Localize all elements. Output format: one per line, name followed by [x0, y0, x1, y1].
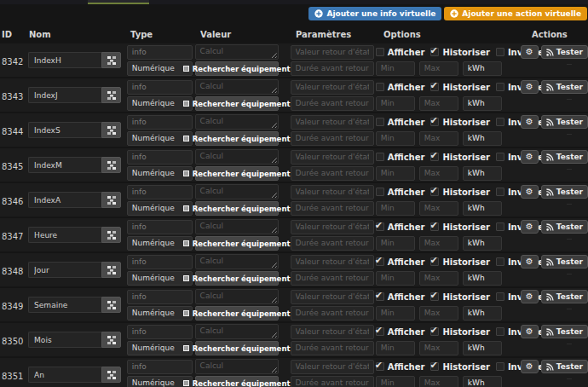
tester-button[interactable]: Tester [541, 360, 588, 373]
calcul-textarea[interactable] [195, 289, 279, 304]
cb-historiser[interactable]: ✔ [430, 83, 439, 91]
return-delay-input[interactable] [291, 271, 374, 286]
name-input[interactable] [28, 122, 101, 138]
return-delay-input[interactable] [291, 236, 374, 251]
search-equipment-button[interactable]: Rechercher équipement [195, 96, 279, 111]
max-input[interactable] [419, 96, 458, 111]
search-equipment-button[interactable]: Rechercher équipement [195, 236, 279, 251]
return-delay-input[interactable] [291, 341, 374, 355]
icon-picker-button[interactable] [101, 52, 121, 68]
cb-inverser[interactable]: ✔ [496, 292, 504, 301]
max-input[interactable] [419, 131, 458, 146]
name-input[interactable] [28, 367, 101, 383]
cb-afficher[interactable]: ✔ [376, 48, 384, 56]
type-input[interactable] [127, 220, 193, 234]
cb-inverser[interactable]: ✔ [496, 188, 504, 196]
search-equipment-button[interactable]: Rechercher équipement [195, 166, 279, 181]
configuration-button[interactable]: ⚙ [521, 360, 539, 373]
name-input[interactable] [28, 227, 101, 243]
unit-input[interactable] [463, 96, 502, 111]
configuration-button[interactable]: ⚙ [521, 115, 539, 129]
calcul-textarea[interactable] [195, 184, 279, 199]
return-state-input[interactable] [291, 45, 374, 60]
min-input[interactable] [376, 306, 415, 321]
cb-inverser[interactable]: ✔ [496, 83, 504, 91]
return-state-input[interactable] [291, 325, 374, 339]
calcul-textarea[interactable] [195, 149, 279, 165]
name-input[interactable] [28, 262, 101, 278]
cb-inverser[interactable]: ✔ [496, 257, 504, 266]
return-state-input[interactable] [291, 80, 374, 95]
min-input[interactable] [376, 131, 415, 146]
unit-input[interactable] [463, 61, 502, 76]
type-input[interactable] [127, 185, 193, 199]
name-input[interactable] [28, 192, 101, 208]
unit-input[interactable] [463, 341, 502, 355]
min-input[interactable] [376, 61, 415, 76]
cb-afficher[interactable]: ✔ [376, 257, 384, 266]
icon-picker-button[interactable] [101, 227, 121, 243]
cb-historiser[interactable]: ✔ [430, 362, 439, 371]
cb-afficher[interactable]: ✔ [376, 327, 384, 336]
type-input[interactable] [127, 290, 193, 304]
calcul-textarea[interactable] [195, 359, 279, 374]
unit-input[interactable] [463, 166, 502, 181]
add-virtual-info-button[interactable]: Ajouter une info virtuelle [308, 7, 441, 20]
tester-button[interactable]: Tester [541, 150, 588, 164]
tester-button[interactable]: Tester [541, 115, 588, 129]
name-input[interactable] [28, 52, 101, 68]
return-delay-input[interactable] [291, 306, 374, 321]
calcul-textarea[interactable] [195, 254, 279, 269]
cb-historiser[interactable]: ✔ [430, 188, 439, 196]
icon-picker-button[interactable] [101, 297, 121, 313]
tester-button[interactable]: Tester [541, 325, 588, 338]
cb-afficher[interactable]: ✔ [376, 83, 384, 91]
min-input[interactable] [376, 96, 415, 111]
min-input[interactable] [376, 341, 415, 355]
cb-historiser[interactable]: ✔ [430, 48, 439, 56]
return-state-input[interactable] [291, 255, 374, 269]
unit-input[interactable] [463, 131, 502, 146]
return-state-input[interactable] [291, 185, 374, 199]
max-input[interactable] [419, 306, 458, 321]
cb-afficher[interactable]: ✔ [376, 188, 384, 196]
icon-picker-button[interactable] [101, 122, 121, 138]
configuration-button[interactable]: ⚙ [521, 290, 539, 303]
unit-input[interactable] [463, 376, 502, 387]
return-state-input[interactable] [291, 150, 374, 165]
type-input[interactable] [127, 45, 193, 60]
tester-button[interactable]: Tester [541, 290, 588, 303]
name-input[interactable] [28, 297, 101, 313]
icon-picker-button[interactable] [101, 157, 121, 173]
unit-input[interactable] [463, 201, 502, 216]
cb-historiser[interactable]: ✔ [430, 327, 439, 336]
cb-historiser[interactable]: ✔ [430, 118, 439, 126]
calcul-textarea[interactable] [195, 324, 279, 339]
search-equipment-button[interactable]: Rechercher équipement [195, 131, 279, 146]
icon-picker-button[interactable] [101, 262, 121, 278]
max-input[interactable] [419, 341, 458, 355]
search-equipment-button[interactable]: Rechercher équipement [195, 341, 279, 355]
configuration-button[interactable]: ⚙ [521, 45, 539, 59]
cb-afficher[interactable]: ✔ [376, 362, 384, 371]
configuration-button[interactable]: ⚙ [521, 325, 539, 338]
icon-picker-button[interactable] [101, 332, 121, 348]
min-input[interactable] [376, 236, 415, 251]
tester-button[interactable]: Tester [541, 80, 588, 94]
calcul-textarea[interactable] [195, 219, 279, 234]
type-input[interactable] [127, 150, 193, 165]
search-equipment-button[interactable]: Rechercher équipement [195, 61, 279, 76]
return-delay-input[interactable] [291, 96, 374, 111]
icon-picker-button[interactable] [101, 367, 121, 383]
configuration-button[interactable]: ⚙ [521, 185, 539, 199]
return-delay-input[interactable] [291, 131, 374, 146]
configuration-button[interactable]: ⚙ [521, 150, 539, 164]
configuration-button[interactable]: ⚙ [521, 220, 539, 234]
return-delay-input[interactable] [291, 376, 374, 387]
icon-picker-button[interactable] [101, 87, 121, 103]
type-input[interactable] [127, 360, 193, 374]
configuration-button[interactable]: ⚙ [521, 255, 539, 269]
max-input[interactable] [419, 166, 458, 181]
min-input[interactable] [376, 271, 415, 286]
return-state-input[interactable] [291, 115, 374, 130]
